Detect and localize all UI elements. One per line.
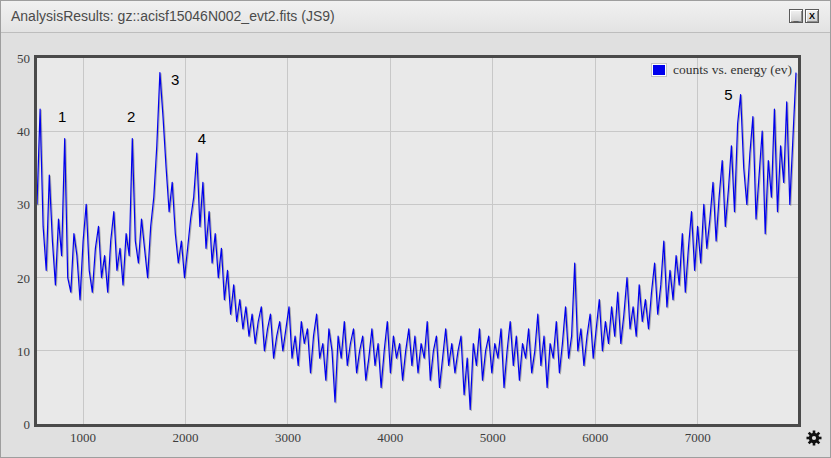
chart-legend: counts vs. energy (ev): [652, 62, 792, 78]
x-tick-label: 7000: [673, 430, 723, 445]
y-tick-label: 10: [1, 344, 30, 359]
spectrum-line: [37, 73, 796, 410]
legend-label: counts vs. energy (ev): [673, 62, 792, 78]
x-tick-label: 1000: [58, 430, 108, 445]
peak-annotation-1: 1: [54, 108, 70, 125]
y-tick-label: 30: [1, 197, 30, 212]
settings-gear-icon[interactable]: [806, 430, 822, 446]
minimize-icon: _: [793, 13, 798, 23]
y-tick-label: 50: [1, 51, 30, 66]
peak-annotation-5: 5: [720, 86, 736, 103]
close-button[interactable]: X: [805, 9, 819, 23]
analysis-results-window: AnalysisResults: gz::acisf15046N002_evt2…: [0, 0, 831, 458]
spectrum-chart: [37, 58, 798, 424]
peak-annotation-3: 3: [167, 71, 183, 88]
titlebar[interactable]: AnalysisResults: gz::acisf15046N002_evt2…: [1, 1, 830, 33]
legend-color-swatch: [652, 64, 666, 76]
plot-area[interactable]: counts vs. energy (ev) 12345: [34, 55, 801, 427]
x-tick-label: 4000: [365, 430, 415, 445]
x-tick-label: 6000: [570, 430, 620, 445]
close-icon: X: [809, 11, 815, 21]
peak-annotation-4: 4: [194, 130, 210, 147]
plot-panel: counts vs. energy (ev) 12345 10002000300…: [1, 33, 831, 458]
peak-annotation-2: 2: [123, 108, 139, 125]
x-tick-label: 2000: [161, 430, 211, 445]
x-tick-label: 3000: [263, 430, 313, 445]
y-tick-label: 0: [1, 417, 30, 432]
minimize-button[interactable]: _: [789, 9, 803, 23]
window-title: AnalysisResults: gz::acisf15046N002_evt2…: [11, 1, 335, 32]
y-tick-label: 40: [1, 124, 30, 139]
x-tick-label: 5000: [468, 430, 518, 445]
y-tick-label: 20: [1, 271, 30, 286]
